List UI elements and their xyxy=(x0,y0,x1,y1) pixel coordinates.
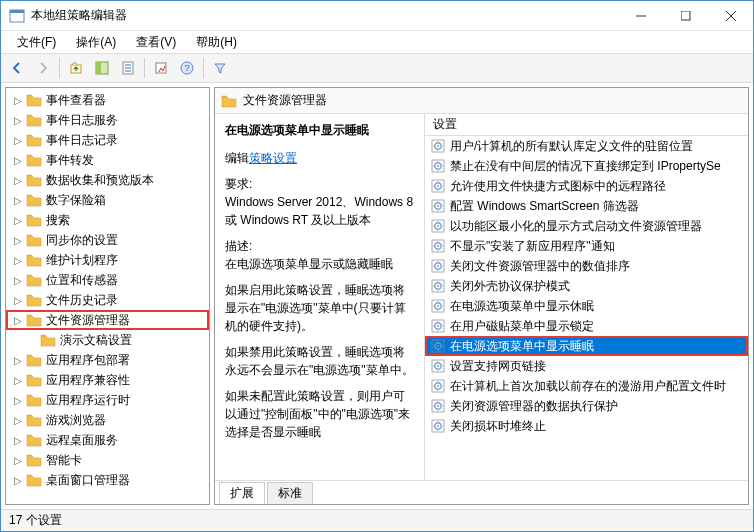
menu-help[interactable]: 帮助(H) xyxy=(186,32,247,53)
tree-item[interactable]: ▷事件日志服务 xyxy=(6,110,209,130)
svg-point-67 xyxy=(437,285,439,287)
minimize-button[interactable] xyxy=(618,1,663,31)
help-button[interactable]: ? xyxy=(175,56,199,80)
list-item[interactable]: 在电源选项菜单中显示休眠 xyxy=(425,296,748,316)
list-item[interactable]: 关闭资源管理器的数据执行保护 xyxy=(425,396,748,416)
expander-icon[interactable]: ▷ xyxy=(12,215,24,226)
list-item[interactable]: 关闭外壳协议保护模式 xyxy=(425,276,748,296)
expander-icon[interactable]: ▷ xyxy=(12,155,24,166)
tree-item[interactable]: ▷事件查看器 xyxy=(6,90,209,110)
menu-file[interactable]: 文件(F) xyxy=(7,32,66,53)
svg-point-116 xyxy=(437,425,439,427)
expander-icon[interactable]: ▷ xyxy=(12,415,24,426)
tree-item[interactable]: ▷游戏浏览器 xyxy=(6,410,209,430)
expander-icon[interactable]: ▷ xyxy=(12,115,24,126)
details-pane: 文件资源管理器 在电源选项菜单中显示睡眠 编辑策略设置 要求:Windows S… xyxy=(214,87,749,505)
expander-icon[interactable]: ▷ xyxy=(12,295,24,306)
expander-icon[interactable]: ▷ xyxy=(12,315,24,326)
export-button[interactable] xyxy=(149,56,173,80)
list-item[interactable]: 禁止在没有中间层的情况下直接绑定到 IPropertySe xyxy=(425,156,748,176)
app-icon xyxy=(9,8,25,24)
menu-bar: 文件(F) 操作(A) 查看(V) 帮助(H) xyxy=(1,31,753,53)
up-button[interactable] xyxy=(64,56,88,80)
tree-item[interactable]: ▷数字保险箱 xyxy=(6,190,209,210)
svg-point-32 xyxy=(437,185,439,187)
settings-list[interactable]: 用户/计算机的所有默认库定义文件的驻留位置禁止在没有中间层的情况下直接绑定到 I… xyxy=(425,136,748,480)
tree-item[interactable]: ▷应用程序包部署 xyxy=(6,350,209,370)
status-text: 17 个设置 xyxy=(9,512,62,529)
expander-icon[interactable]: ▷ xyxy=(12,375,24,386)
expander-icon[interactable]: ▷ xyxy=(12,435,24,446)
list-item[interactable]: 关闭文件资源管理器中的数值排序 xyxy=(425,256,748,276)
list-item[interactable]: 以功能区最小化的显示方式启动文件资源管理器 xyxy=(425,216,748,236)
svg-point-88 xyxy=(437,345,439,347)
svg-point-109 xyxy=(437,405,439,407)
policy-name: 在电源选项菜单中显示睡眠 xyxy=(225,122,414,139)
expander-icon[interactable]: ▷ xyxy=(12,255,24,266)
list-item[interactable]: 在计算机上首次加载以前存在的漫游用户配置文件时 xyxy=(425,376,748,396)
expander-icon[interactable]: ▷ xyxy=(12,355,24,366)
list-item[interactable]: 设置支持网页链接 xyxy=(425,356,748,376)
list-item[interactable]: 不显示"安装了新应用程序"通知 xyxy=(425,236,748,256)
description-pane: 在电源选项菜单中显示睡眠 编辑策略设置 要求:Windows Server 20… xyxy=(215,114,425,480)
tab-bar: 扩展 标准 xyxy=(215,480,748,504)
tab-extended[interactable]: 扩展 xyxy=(219,482,265,504)
back-button[interactable] xyxy=(5,56,29,80)
svg-point-53 xyxy=(437,245,439,247)
tree-item[interactable]: ▷位置和传感器 xyxy=(6,270,209,290)
tree-item[interactable]: ▷桌面窗口管理器 xyxy=(6,470,209,490)
list-item[interactable]: 配置 Windows SmartScreen 筛选器 xyxy=(425,196,748,216)
list-item[interactable]: 在电源选项菜单中显示睡眠 xyxy=(425,336,748,356)
filter-button[interactable] xyxy=(208,56,232,80)
tree-item[interactable]: ▷维护计划程序 xyxy=(6,250,209,270)
tree-item[interactable]: ▷文件历史记录 xyxy=(6,290,209,310)
close-button[interactable] xyxy=(708,1,753,31)
svg-rect-8 xyxy=(96,62,101,74)
expander-icon[interactable]: ▷ xyxy=(12,475,24,486)
toolbar: ? xyxy=(1,53,753,83)
tree-item[interactable]: ▷数据收集和预览版本 xyxy=(6,170,209,190)
tree-item[interactable]: ▷应用程序兼容性 xyxy=(6,370,209,390)
expander-icon[interactable]: ▷ xyxy=(12,235,24,246)
maximize-button[interactable] xyxy=(663,1,708,31)
expander-icon[interactable]: ▷ xyxy=(12,135,24,146)
tree-item[interactable]: ▷事件转发 xyxy=(6,150,209,170)
tree-item[interactable]: ▷同步你的设置 xyxy=(6,230,209,250)
expander-icon[interactable]: ▷ xyxy=(12,195,24,206)
list-item[interactable]: 用户/计算机的所有默认库定义文件的驻留位置 xyxy=(425,136,748,156)
properties-button[interactable] xyxy=(116,56,140,80)
list-column-header[interactable]: 设置 xyxy=(425,114,748,136)
expander-icon[interactable]: ▷ xyxy=(12,95,24,106)
expander-icon[interactable]: ▷ xyxy=(12,175,24,186)
svg-point-95 xyxy=(437,365,439,367)
details-header: 文件资源管理器 xyxy=(215,88,748,114)
tree-item[interactable]: 演示文稿设置 xyxy=(6,330,209,350)
tab-standard[interactable]: 标准 xyxy=(267,482,313,504)
list-item[interactable]: 关闭损坏时堆终止 xyxy=(425,416,748,436)
title-bar: 本地组策略编辑器 xyxy=(1,1,753,31)
svg-point-81 xyxy=(437,325,439,327)
tree-item[interactable]: ▷应用程序运行时 xyxy=(6,390,209,410)
tree-item[interactable]: ▷搜索 xyxy=(6,210,209,230)
menu-action[interactable]: 操作(A) xyxy=(66,32,126,53)
edit-policy-link[interactable]: 策略设置 xyxy=(249,151,297,165)
tree-pane[interactable]: ▷事件查看器▷事件日志服务▷事件日志记录▷事件转发▷数据收集和预览版本▷数字保险… xyxy=(5,87,210,505)
expander-icon[interactable]: ▷ xyxy=(12,455,24,466)
list-item[interactable]: 在用户磁贴菜单中显示锁定 xyxy=(425,316,748,336)
menu-view[interactable]: 查看(V) xyxy=(126,32,186,53)
tree-item[interactable]: ▷事件日志记录 xyxy=(6,130,209,150)
expander-icon[interactable]: ▷ xyxy=(12,395,24,406)
expander-icon[interactable]: ▷ xyxy=(12,275,24,286)
svg-point-74 xyxy=(437,305,439,307)
tree-item[interactable]: ▷远程桌面服务 xyxy=(6,430,209,450)
window-title: 本地组策略编辑器 xyxy=(31,7,618,24)
tree-item[interactable]: ▷文件资源管理器 xyxy=(6,310,209,330)
tree-item[interactable]: ▷智能卡 xyxy=(6,450,209,470)
list-item[interactable]: 允许使用文件快捷方式图标中的远程路径 xyxy=(425,176,748,196)
show-hide-tree-button[interactable] xyxy=(90,56,114,80)
svg-point-25 xyxy=(437,165,439,167)
details-title: 文件资源管理器 xyxy=(243,92,327,109)
svg-point-18 xyxy=(437,145,439,147)
svg-point-39 xyxy=(437,205,439,207)
forward-button[interactable] xyxy=(31,56,55,80)
